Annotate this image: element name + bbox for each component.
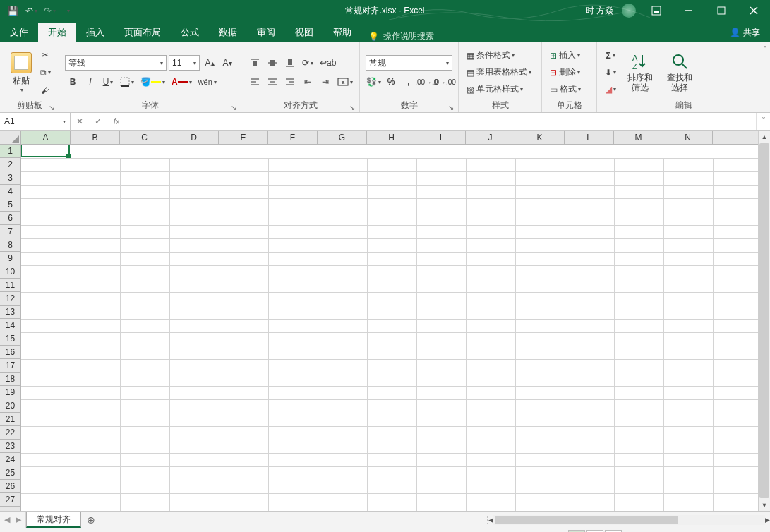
vertical-scrollbar[interactable]: ▲ ▼	[758, 131, 770, 511]
font-size-combo[interactable]: 11▾	[169, 55, 200, 71]
clipboard-launcher-icon[interactable]: ↘	[47, 102, 56, 111]
minimize-button[interactable]	[677, 0, 701, 21]
merge-center-button[interactable]: a▾	[335, 74, 355, 90]
accounting-format-button[interactable]: 💱▾	[366, 74, 381, 90]
delete-cells-button[interactable]: ⊟ 删除▾	[548, 65, 591, 80]
row-header[interactable]: 6	[0, 212, 20, 225]
qat-customize-icon[interactable]: ▾	[62, 5, 73, 16]
chevron-down-icon[interactable]: ▾	[446, 60, 449, 66]
column-header[interactable]: D	[169, 131, 219, 144]
fill-color-button[interactable]: 🪣▾	[138, 74, 167, 90]
border-button[interactable]: ▾	[118, 74, 136, 90]
row-header[interactable]: 24	[0, 453, 20, 466]
column-header[interactable]: G	[318, 131, 367, 144]
align-top-button[interactable]	[247, 55, 263, 71]
table-format-button[interactable]: ▤ 套用表格格式▾	[464, 65, 536, 80]
cell-styles-button[interactable]: ▧ 单元格样式▾	[464, 82, 536, 97]
row-header[interactable]: 10	[0, 265, 20, 279]
add-sheet-button[interactable]: ⊕	[81, 512, 101, 528]
insert-function-button[interactable]: fx	[107, 116, 126, 126]
row-header[interactable]: 15	[0, 332, 20, 346]
column-header[interactable]: J	[466, 131, 515, 144]
tab-home[interactable]: 开始	[38, 23, 76, 42]
scroll-thumb[interactable]	[495, 516, 678, 524]
decrease-decimal-button[interactable]: .0→.00	[437, 74, 453, 90]
share-button[interactable]: 👤 共享	[730, 23, 770, 42]
select-all-corner[interactable]	[0, 131, 20, 145]
column-header[interactable]: I	[416, 131, 466, 144]
column-header[interactable]: K	[515, 131, 565, 144]
tab-help[interactable]: 帮助	[323, 23, 361, 42]
align-bottom-button[interactable]	[282, 55, 298, 71]
row-header[interactable]: 20	[0, 399, 20, 413]
chevron-down-icon[interactable]: ▾	[193, 60, 196, 66]
sheet-next-icon[interactable]: ▶	[16, 515, 21, 524]
cells-area[interactable]	[21, 145, 758, 511]
percent-button[interactable]: %	[383, 74, 399, 90]
wrap-text-button[interactable]: ↩ab	[318, 55, 338, 71]
grow-font-button[interactable]: A▴	[202, 55, 217, 71]
align-left-button[interactable]	[247, 74, 263, 90]
column-header[interactable]: M	[614, 131, 663, 144]
horizontal-scrollbar[interactable]: ◀ ▶	[488, 512, 770, 528]
tab-view[interactable]: 视图	[285, 23, 323, 42]
column-header[interactable]: N	[663, 131, 713, 144]
comma-button[interactable]: ,	[401, 74, 416, 90]
scroll-up-icon[interactable]: ▲	[759, 131, 770, 143]
tab-layout[interactable]: 页面布局	[114, 23, 171, 42]
fill-button[interactable]: ⬇▾	[603, 65, 618, 80]
bold-button[interactable]: B	[65, 74, 80, 90]
font-color-button[interactable]: A▾	[169, 74, 194, 90]
row-header[interactable]: 9	[0, 252, 20, 265]
decrease-indent-button[interactable]: ⇤	[300, 74, 315, 90]
align-launcher-icon[interactable]: ↘	[348, 102, 356, 111]
conditional-format-button[interactable]: ▦ 条件格式▾	[464, 48, 536, 64]
cancel-formula-button[interactable]: ✕	[71, 116, 89, 126]
column-header[interactable]: B	[71, 131, 120, 144]
row-header[interactable]: 7	[0, 225, 20, 238]
tell-me[interactable]: 💡 操作说明搜索	[361, 30, 441, 42]
undo-icon[interactable]: ↶▾	[25, 5, 37, 16]
redo-icon[interactable]: ↷▾	[44, 5, 55, 16]
clear-button[interactable]: ◢▾	[603, 82, 618, 97]
row-header[interactable]: 4	[0, 185, 20, 198]
row-header[interactable]: 11	[0, 279, 20, 292]
row-header[interactable]: 25	[0, 466, 20, 480]
row-header[interactable]: 1	[0, 145, 20, 158]
cut-button[interactable]: ✂	[37, 47, 53, 63]
maximize-button[interactable]	[709, 0, 733, 21]
column-header[interactable]: F	[268, 131, 318, 144]
sheet-tab[interactable]: 常规对齐	[26, 512, 81, 528]
row-header[interactable]: 3	[0, 171, 20, 185]
column-header[interactable]: H	[367, 131, 416, 144]
increase-indent-button[interactable]: ⇥	[318, 74, 333, 90]
row-header[interactable]: 14	[0, 319, 20, 332]
column-header[interactable]: E	[219, 131, 268, 144]
align-center-button[interactable]	[265, 74, 280, 90]
orientation-button[interactable]: ⟳▾	[300, 55, 315, 71]
tab-data[interactable]: 数据	[209, 23, 247, 42]
row-header[interactable]: 12	[0, 292, 20, 306]
sheet-prev-icon[interactable]: ◀	[4, 515, 10, 524]
font-name-combo[interactable]: 等线▾	[65, 55, 167, 71]
insert-cells-button[interactable]: ⊞ 插入▾	[548, 48, 591, 64]
align-middle-button[interactable]	[265, 55, 280, 71]
row-header[interactable]: 18	[0, 373, 20, 386]
save-icon[interactable]: 💾	[7, 5, 18, 16]
column-header[interactable]: L	[565, 131, 614, 144]
row-header[interactable]: 21	[0, 413, 20, 426]
find-select-button[interactable]: 查找和选择	[662, 49, 697, 95]
row-header[interactable]: 13	[0, 306, 20, 319]
row-header[interactable]: 26	[0, 480, 20, 493]
scroll-left-icon[interactable]: ◀	[488, 514, 493, 526]
phonetic-button[interactable]: wén▾	[196, 74, 219, 90]
page-layout-view-button[interactable]: ▭	[586, 530, 603, 533]
enter-formula-button[interactable]: ✓	[89, 116, 107, 126]
chevron-down-icon[interactable]: ▾	[63, 119, 66, 125]
tab-insert[interactable]: 插入	[76, 23, 114, 42]
page-break-view-button[interactable]: ⊞	[605, 530, 622, 533]
row-header[interactable]: 5	[0, 198, 20, 212]
row-header[interactable]: 2	[0, 158, 20, 171]
row-header[interactable]: 19	[0, 386, 20, 399]
ribbon-options-icon[interactable]	[644, 0, 668, 21]
